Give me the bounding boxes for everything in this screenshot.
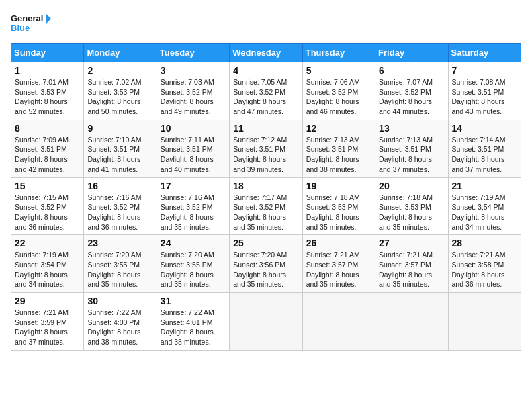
- day-number: 28: [452, 238, 517, 248]
- day-number: 22: [15, 238, 80, 248]
- calendar-cell: 31 Sunrise: 7:22 AMSunset: 4:01 PMDaylig…: [157, 293, 229, 351]
- day-info: Sunrise: 7:20 AMSunset: 3:55 PMDaylight:…: [87, 250, 152, 289]
- calendar-week-2: 8 Sunrise: 7:09 AMSunset: 3:51 PMDayligh…: [11, 120, 521, 177]
- calendar-cell: 10 Sunrise: 7:11 AMSunset: 3:51 PMDaylig…: [157, 120, 229, 177]
- calendar-cell: 22 Sunrise: 7:19 AMSunset: 3:54 PMDaylig…: [11, 235, 84, 293]
- day-info: Sunrise: 7:03 AMSunset: 3:52 PMDaylight:…: [161, 77, 226, 117]
- day-number: 5: [306, 65, 371, 76]
- calendar-cell: 11 Sunrise: 7:12 AMSunset: 3:51 PMDaylig…: [230, 120, 302, 177]
- day-number: 26: [306, 238, 371, 248]
- calendar-cell: 1 Sunrise: 7:01 AMSunset: 3:53 PMDayligh…: [11, 62, 84, 120]
- calendar-cell: 6 Sunrise: 7:07 AMSunset: 3:52 PMDayligh…: [375, 62, 448, 120]
- calendar-cell: 7 Sunrise: 7:08 AMSunset: 3:51 PMDayligh…: [448, 62, 521, 120]
- day-number: 23: [87, 238, 152, 248]
- calendar-week-5: 29 Sunrise: 7:21 AMSunset: 3:59 PMDaylig…: [11, 293, 521, 351]
- logo-svg: General Blue: [11, 11, 51, 38]
- calendar-cell: [375, 293, 448, 351]
- calendar-cell: 14 Sunrise: 7:14 AMSunset: 3:51 PMDaylig…: [448, 120, 521, 177]
- day-info: Sunrise: 7:01 AMSunset: 3:53 PMDaylight:…: [15, 77, 80, 117]
- calendar-cell: [230, 293, 302, 351]
- weekday-header-wednesday: Wednesday: [230, 44, 302, 62]
- svg-marker-2: [46, 14, 51, 24]
- day-info: Sunrise: 7:21 AMSunset: 3:57 PMDaylight:…: [306, 250, 371, 289]
- day-number: 6: [379, 65, 444, 76]
- day-info: Sunrise: 7:07 AMSunset: 3:52 PMDaylight:…: [379, 77, 444, 117]
- day-info: Sunrise: 7:10 AMSunset: 3:51 PMDaylight:…: [87, 135, 152, 175]
- weekday-header-sunday: Sunday: [11, 44, 84, 62]
- calendar-week-1: 1 Sunrise: 7:01 AMSunset: 3:53 PMDayligh…: [11, 62, 521, 120]
- calendar-cell: 3 Sunrise: 7:03 AMSunset: 3:52 PMDayligh…: [157, 62, 229, 120]
- calendar-cell: 24 Sunrise: 7:20 AMSunset: 3:55 PMDaylig…: [157, 235, 229, 293]
- weekday-header-monday: Monday: [84, 44, 157, 62]
- day-info: Sunrise: 7:20 AMSunset: 3:56 PMDaylight:…: [233, 250, 298, 289]
- day-info: Sunrise: 7:08 AMSunset: 3:51 PMDaylight:…: [452, 77, 517, 117]
- day-info: Sunrise: 7:16 AMSunset: 3:52 PMDaylight:…: [87, 193, 152, 232]
- day-info: Sunrise: 7:02 AMSunset: 3:53 PMDaylight:…: [87, 77, 152, 117]
- day-info: Sunrise: 7:20 AMSunset: 3:55 PMDaylight:…: [161, 250, 226, 289]
- calendar-cell: 8 Sunrise: 7:09 AMSunset: 3:51 PMDayligh…: [11, 120, 84, 177]
- day-info: Sunrise: 7:15 AMSunset: 3:52 PMDaylight:…: [15, 193, 80, 232]
- calendar-table: SundayMondayTuesdayWednesdayThursdayFrid…: [11, 43, 521, 351]
- day-info: Sunrise: 7:18 AMSunset: 3:53 PMDaylight:…: [379, 193, 444, 232]
- calendar-cell: 13 Sunrise: 7:13 AMSunset: 3:51 PMDaylig…: [375, 120, 448, 177]
- day-info: Sunrise: 7:21 AMSunset: 3:57 PMDaylight:…: [379, 250, 444, 289]
- calendar-header-row: SundayMondayTuesdayWednesdayThursdayFrid…: [11, 44, 521, 62]
- weekday-header-saturday: Saturday: [448, 44, 521, 62]
- day-number: 30: [87, 295, 152, 306]
- day-info: Sunrise: 7:12 AMSunset: 3:51 PMDaylight:…: [233, 135, 298, 175]
- calendar-week-4: 22 Sunrise: 7:19 AMSunset: 3:54 PMDaylig…: [11, 235, 521, 293]
- calendar-cell: 21 Sunrise: 7:19 AMSunset: 3:54 PMDaylig…: [448, 177, 521, 235]
- day-info: Sunrise: 7:21 AMSunset: 3:59 PMDaylight:…: [15, 308, 80, 347]
- calendar-cell: 30 Sunrise: 7:22 AMSunset: 4:00 PMDaylig…: [84, 293, 157, 351]
- calendar-cell: 17 Sunrise: 7:16 AMSunset: 3:52 PMDaylig…: [157, 177, 229, 235]
- day-number: 1: [15, 65, 80, 76]
- day-info: Sunrise: 7:14 AMSunset: 3:51 PMDaylight:…: [452, 135, 517, 175]
- day-info: Sunrise: 7:19 AMSunset: 3:54 PMDaylight:…: [452, 193, 517, 232]
- weekday-header-tuesday: Tuesday: [157, 44, 229, 62]
- day-number: 29: [15, 295, 80, 306]
- day-info: Sunrise: 7:13 AMSunset: 3:51 PMDaylight:…: [379, 135, 444, 175]
- day-number: 14: [452, 123, 517, 134]
- day-info: Sunrise: 7:05 AMSunset: 3:52 PMDaylight:…: [233, 77, 298, 117]
- day-number: 3: [161, 65, 226, 76]
- day-number: 9: [87, 123, 152, 134]
- day-number: 13: [379, 123, 444, 134]
- page-header: General Blue: [11, 11, 521, 38]
- calendar-cell: 12 Sunrise: 7:13 AMSunset: 3:51 PMDaylig…: [302, 120, 375, 177]
- calendar-week-3: 15 Sunrise: 7:15 AMSunset: 3:52 PMDaylig…: [11, 177, 521, 235]
- calendar-cell: 2 Sunrise: 7:02 AMSunset: 3:53 PMDayligh…: [84, 62, 157, 120]
- day-number: 4: [233, 65, 298, 76]
- calendar-cell: 19 Sunrise: 7:18 AMSunset: 3:53 PMDaylig…: [302, 177, 375, 235]
- day-number: 19: [306, 181, 371, 191]
- calendar-cell: [302, 293, 375, 351]
- day-number: 2: [87, 65, 152, 76]
- day-number: 31: [161, 295, 226, 306]
- day-info: Sunrise: 7:19 AMSunset: 3:54 PMDaylight:…: [15, 250, 80, 289]
- calendar-cell: 28 Sunrise: 7:21 AMSunset: 3:58 PMDaylig…: [448, 235, 521, 293]
- day-number: 27: [379, 238, 444, 248]
- day-number: 24: [161, 238, 226, 248]
- day-info: Sunrise: 7:11 AMSunset: 3:51 PMDaylight:…: [161, 135, 226, 175]
- calendar-cell: 9 Sunrise: 7:10 AMSunset: 3:51 PMDayligh…: [84, 120, 157, 177]
- day-info: Sunrise: 7:17 AMSunset: 3:52 PMDaylight:…: [233, 193, 298, 232]
- calendar-cell: 15 Sunrise: 7:15 AMSunset: 3:52 PMDaylig…: [11, 177, 84, 235]
- day-number: 20: [379, 181, 444, 191]
- day-info: Sunrise: 7:16 AMSunset: 3:52 PMDaylight:…: [161, 193, 226, 232]
- day-info: Sunrise: 7:13 AMSunset: 3:51 PMDaylight:…: [306, 135, 371, 175]
- calendar-cell: 27 Sunrise: 7:21 AMSunset: 3:57 PMDaylig…: [375, 235, 448, 293]
- day-number: 8: [15, 123, 80, 134]
- weekday-header-thursday: Thursday: [302, 44, 375, 62]
- day-info: Sunrise: 7:22 AMSunset: 4:01 PMDaylight:…: [161, 308, 226, 347]
- day-number: 7: [452, 65, 517, 76]
- weekday-header-friday: Friday: [375, 44, 448, 62]
- day-number: 25: [233, 238, 298, 248]
- calendar-cell: 23 Sunrise: 7:20 AMSunset: 3:55 PMDaylig…: [84, 235, 157, 293]
- day-number: 15: [15, 181, 80, 191]
- day-info: Sunrise: 7:22 AMSunset: 4:00 PMDaylight:…: [87, 308, 152, 347]
- logo: General Blue: [11, 11, 51, 38]
- day-number: 18: [233, 181, 298, 191]
- day-info: Sunrise: 7:18 AMSunset: 3:53 PMDaylight:…: [306, 193, 371, 232]
- svg-text:Blue: Blue: [11, 23, 30, 33]
- calendar-cell: 5 Sunrise: 7:06 AMSunset: 3:52 PMDayligh…: [302, 62, 375, 120]
- day-number: 16: [87, 181, 152, 191]
